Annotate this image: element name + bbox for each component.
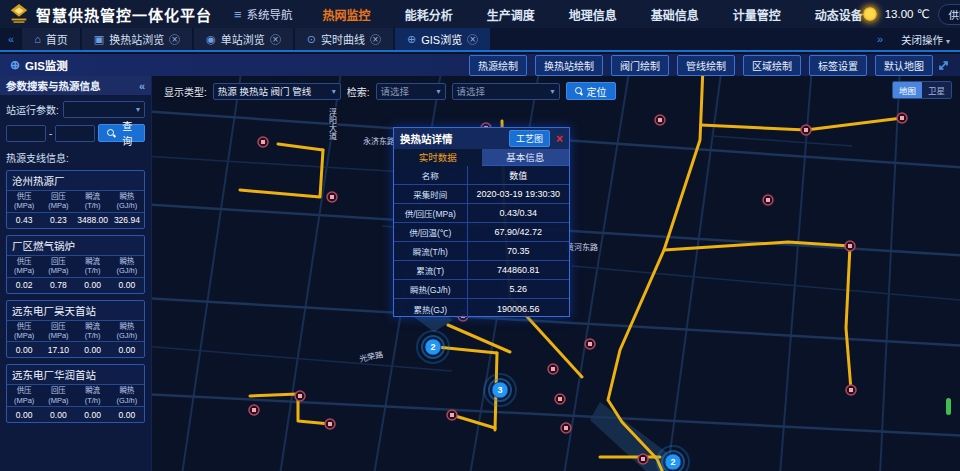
station-marker[interactable] [447, 410, 457, 420]
station-marker[interactable] [548, 364, 558, 374]
station-param-label: 站运行参数: [6, 102, 59, 117]
metric-value: 0.00 [76, 278, 110, 293]
tab-单站浏览[interactable]: ◉单站浏览× [194, 28, 293, 50]
heat-source-table: 供压 (MPa)回压 (MPa)瞬流 (T/h)瞬热 (GJ/h)0.430.2… [7, 190, 144, 228]
draw-button-热源绘制[interactable]: 热源绘制 [469, 55, 527, 76]
menu-item-计量管控[interactable]: 计量管控 [733, 6, 781, 23]
cluster-count: 2 [430, 342, 435, 352]
menu-item-能耗分析[interactable]: 能耗分析 [405, 6, 453, 23]
station-marker[interactable] [801, 125, 811, 135]
station-marker[interactable] [638, 454, 648, 464]
tabs-scroll-left-icon[interactable]: « [0, 28, 22, 50]
station-marker[interactable] [897, 113, 907, 123]
draw-button-区域绘制[interactable]: 区域绘制 [743, 55, 801, 76]
station-marker[interactable] [561, 423, 571, 433]
draw-button-默认地图[interactable]: 默认地图 [875, 55, 933, 76]
menu-item-基础信息[interactable]: 基础信息 [651, 6, 699, 23]
sidebar-collapse-icon[interactable]: « [139, 80, 145, 92]
menu-item-动态设备[interactable]: 动态设备 [815, 6, 863, 23]
station-marker[interactable] [249, 405, 259, 415]
gis-map[interactable]: 浮阳大道永济东路黄河东路光荣路232 显示类型: 热源 换热站 阀门 管线 ▾ … [152, 76, 960, 471]
station-marker[interactable] [763, 195, 773, 205]
heat-source-name: 远东电厂华润首站 [7, 365, 144, 384]
range-max-input[interactable] [55, 125, 95, 142]
map-zoom-indicator[interactable] [946, 398, 951, 415]
dialog-tab-基本信息[interactable]: 基本信息 [482, 149, 570, 166]
station-marker[interactable] [325, 419, 335, 429]
metric-value: 0.00 [110, 342, 144, 357]
road [667, 76, 722, 471]
search-select-1[interactable]: 请选择 ▾ [376, 83, 446, 100]
col-header: 瞬热 (GJ/h) [110, 384, 144, 407]
road [182, 76, 242, 471]
dialog-tab-实时数据[interactable]: 实时数据 [394, 149, 482, 166]
tabs-scroll-right-icon[interactable]: » [869, 33, 891, 45]
station-marker[interactable] [258, 137, 268, 147]
dialog-row: 名称数值 [394, 166, 569, 185]
heat-source-card-list: 沧州热源厂供压 (MPa)回压 (MPa)瞬流 (T/h)瞬热 (GJ/h)0.… [6, 170, 145, 423]
station-param-select[interactable]: ▾ [63, 101, 145, 118]
station-marker[interactable] [655, 115, 665, 125]
station-marker[interactable] [846, 385, 856, 395]
station-marker[interactable] [555, 394, 565, 404]
cluster-marker[interactable]: 2 [417, 331, 449, 363]
station-marker[interactable] [327, 192, 337, 202]
station-marker[interactable] [845, 241, 855, 251]
dialog-row-label: 名称 [394, 166, 468, 184]
basemap-卫星[interactable]: 卫星 [922, 82, 951, 98]
metric-value: 0.43 [7, 213, 41, 228]
tab-实时曲线[interactable]: ⊙实时曲线× [295, 28, 393, 50]
tab-close-icon[interactable]: × [467, 34, 478, 45]
locate-button[interactable]: 定位 [566, 82, 616, 100]
range-min-input[interactable] [6, 125, 46, 142]
cluster-marker[interactable]: 3 [484, 374, 516, 406]
display-type-label: 显示类型: [164, 84, 207, 99]
menu-item-地理信息[interactable]: 地理信息 [569, 6, 617, 23]
menu-item-生产调度[interactable]: 生产调度 [487, 6, 535, 23]
tab-label: 单站浏览 [221, 31, 265, 47]
cluster-count: 3 [497, 385, 502, 395]
dialog-close-icon[interactable]: × [556, 133, 563, 145]
tab-close-icon[interactable]: × [169, 34, 180, 45]
menu-item-热网监控[interactable]: 热网监控 [323, 6, 371, 23]
draw-button-阀门绘制[interactable]: 阀门绘制 [611, 55, 669, 76]
cluster-count: 2 [670, 457, 675, 467]
col-header: 瞬流 (T/h) [76, 320, 110, 343]
system-nav-button[interactable]: ≡ 系统导航 [234, 6, 293, 22]
tab-close-icon[interactable]: × [370, 34, 381, 45]
heat-source-card: 远东电厂华润首站供压 (MPa)回压 (MPa)瞬流 (T/h)瞬热 (GJ/h… [6, 364, 145, 423]
tab-bar: « ⌂首页▣换热站浏览×◉单站浏览×⊙实时曲线×⊕GIS浏览× » 关闭操作 ▾ [0, 28, 960, 52]
open-tabs: ⌂首页▣换热站浏览×◉单站浏览×⊙实时曲线×⊕GIS浏览× [22, 28, 490, 50]
globe-icon: ⊕ [10, 58, 20, 72]
display-type-select[interactable]: 热源 换热站 阀门 管线 ▾ [213, 83, 341, 100]
search-button[interactable]: 查询 [98, 124, 145, 142]
metric-value: 0.02 [7, 278, 41, 293]
process-diagram-button[interactable]: 工艺图 [509, 130, 550, 147]
heat-source-name: 沧州热源厂 [7, 171, 144, 190]
tab-close-icon[interactable]: × [270, 34, 281, 45]
basemap-地图[interactable]: 地图 [893, 82, 922, 98]
gis-draw-toolbar: 热源绘制换热站绘制阀门绘制管线绘制区域绘制标签设置默认地图 [469, 55, 933, 76]
tab-换热站浏览[interactable]: ▣换热站浏览× [82, 28, 192, 50]
heat-source-name: 远东电厂昊天首站 [7, 301, 144, 320]
dialog-row-label: 累流(T) [394, 261, 468, 279]
branch-info-label: 热源支线信息: [6, 150, 145, 165]
draw-button-管线绘制[interactable]: 管线绘制 [677, 55, 735, 76]
draw-button-标签设置[interactable]: 标签设置 [809, 55, 867, 76]
temperature-value: 13.00 ℃ [885, 7, 930, 21]
map-toolbar: 显示类型: 热源 换热站 阀门 管线 ▾ 检索: 请选择 ▾ 请选择 ▾ 定位 [164, 82, 616, 100]
dialog-row-label: 累热(GJ) [394, 299, 468, 318]
top-menu: 热网监控能耗分析生产调度地理信息基础信息计量管控动态设备 [323, 6, 863, 23]
search-select-2[interactable]: 请选择 ▾ [452, 83, 560, 100]
tab-GIS浏览[interactable]: ⊕GIS浏览× [395, 28, 490, 50]
search-select-1-placeholder: 请选择 [381, 84, 410, 98]
close-operations-dropdown[interactable]: 关闭操作 ▾ [901, 32, 950, 47]
station-marker[interactable] [585, 339, 595, 349]
tab-首页[interactable]: ⌂首页 [22, 28, 80, 50]
draw-button-换热站绘制[interactable]: 换热站绘制 [535, 55, 603, 76]
gis-title-label: GIS监测 [25, 57, 68, 73]
station-marker[interactable] [295, 391, 305, 401]
expand-diagonal-icon[interactable] [937, 59, 950, 72]
col-header: 供压 (MPa) [7, 384, 41, 407]
metric-value: 0.00 [110, 407, 144, 422]
